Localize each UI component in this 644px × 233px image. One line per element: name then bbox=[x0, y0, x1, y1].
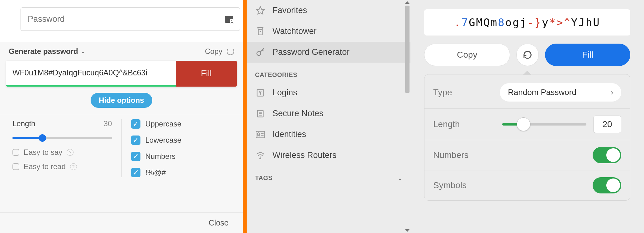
category-label: Identities bbox=[272, 130, 306, 139]
radio-unchecked-icon bbox=[12, 163, 19, 170]
sidebar-item-password-generator[interactable]: Password Generator bbox=[247, 42, 410, 63]
generate-title: Generate password bbox=[9, 47, 78, 56]
symbols-toggle[interactable] bbox=[593, 177, 621, 193]
nav-label: Password Generator bbox=[272, 47, 350, 57]
generator-settings: Type Random Password › Length 20 Numbers… bbox=[424, 74, 630, 201]
category-label: Logins bbox=[272, 88, 297, 97]
easy-to-read-label: Easy to read bbox=[24, 162, 66, 171]
key-icon bbox=[255, 48, 266, 57]
help-icon[interactable]: ? bbox=[67, 149, 73, 156]
numbers-toggle[interactable] bbox=[593, 147, 621, 163]
sidebar-item-favorites[interactable]: Favorites bbox=[247, 0, 410, 21]
generate-password-dropdown[interactable]: Generate password ⌄ bbox=[9, 47, 85, 56]
fill-button[interactable]: Fill bbox=[176, 61, 237, 87]
nav-label: Watchtower bbox=[272, 26, 317, 36]
note-icon bbox=[255, 109, 266, 118]
lastpass-fill-icon[interactable] bbox=[225, 16, 233, 23]
svg-point-1 bbox=[257, 51, 261, 55]
key-square-icon bbox=[255, 88, 266, 97]
length-label: Length bbox=[433, 119, 460, 129]
regenerate-button[interactable] bbox=[516, 44, 539, 66]
generated-password-row: WF0u1M8#DyaIqgFucuq6A0Q^&Bc63i Fill bbox=[6, 61, 237, 87]
lastpass-generator-panel: Password Generate password ⌄ Copy WF0u1M… bbox=[0, 0, 243, 233]
lowercase-label: Lowercase bbox=[145, 136, 182, 145]
chevron-down-icon: ⌄ bbox=[81, 48, 85, 55]
length-slider[interactable] bbox=[12, 134, 112, 142]
onepassword-sidebar: Favorites Watchtower Password Generator … bbox=[247, 0, 410, 233]
symbols-option[interactable]: ✓ !%@# bbox=[131, 168, 231, 177]
type-selector[interactable]: Random Password › bbox=[500, 83, 621, 102]
action-buttons: Copy Fill bbox=[424, 44, 630, 66]
svg-point-7 bbox=[260, 158, 261, 159]
uppercase-label: Uppercase bbox=[145, 120, 182, 128]
id-card-icon bbox=[255, 131, 266, 139]
length-row: Length 20 bbox=[424, 109, 630, 140]
type-value: Random Password bbox=[508, 88, 576, 97]
scroll-thumb[interactable] bbox=[405, 6, 410, 93]
numbers-label: Numbers bbox=[433, 150, 469, 160]
checkbox-checked-icon: ✓ bbox=[131, 152, 140, 161]
watchtower-icon bbox=[255, 27, 266, 36]
fill-button[interactable]: Fill bbox=[545, 44, 630, 66]
wifi-icon bbox=[255, 152, 266, 159]
category-identities[interactable]: Identities bbox=[247, 124, 410, 145]
lowercase-option[interactable]: ✓ Lowercase bbox=[131, 136, 231, 145]
scroll-down-icon[interactable] bbox=[405, 229, 410, 232]
chevron-right-icon: › bbox=[611, 88, 613, 97]
refresh-icon[interactable] bbox=[227, 48, 234, 55]
length-value: 30 bbox=[104, 119, 112, 128]
scrollbar[interactable] bbox=[405, 0, 410, 233]
chevron-down-icon: ⌄ bbox=[398, 175, 403, 182]
category-label: Wireless Routers bbox=[272, 150, 337, 160]
password-field-row: Password bbox=[0, 0, 243, 42]
symbols-row: Symbols bbox=[424, 170, 630, 200]
generated-password[interactable]: WF0u1M8#DyaIqgFucuq6A0Q^&Bc63i bbox=[6, 61, 176, 87]
easy-to-say-label: Easy to say bbox=[24, 148, 62, 157]
generated-password-display[interactable]: .7GMQm8ogj-}y*>^YJhU bbox=[424, 9, 630, 36]
copy-button[interactable]: Copy bbox=[424, 44, 510, 66]
nav-label: Favorites bbox=[272, 6, 307, 15]
category-logins[interactable]: Logins bbox=[247, 82, 410, 103]
checkbox-checked-icon: ✓ bbox=[131, 168, 140, 177]
svg-marker-0 bbox=[257, 7, 264, 14]
help-icon[interactable]: ? bbox=[70, 163, 77, 170]
numbers-option[interactable]: ✓ Numbers bbox=[131, 152, 231, 161]
symbols-label: Symbols bbox=[433, 180, 466, 190]
length-slider[interactable] bbox=[502, 123, 586, 126]
copy-link[interactable]: Copy bbox=[205, 47, 222, 56]
easy-to-read-option[interactable]: Easy to read ? bbox=[12, 162, 112, 171]
radio-unchecked-icon bbox=[12, 149, 19, 156]
options-toggle-row: Hide options bbox=[0, 87, 243, 114]
close-button[interactable]: Close bbox=[0, 212, 243, 233]
password-placeholder: Password bbox=[28, 14, 65, 24]
scroll-up-icon[interactable] bbox=[405, 1, 410, 4]
onepassword-generator-panel: .7GMQm8ogj-}y*>^YJhU Copy Fill Type Rand… bbox=[410, 0, 644, 233]
symbols-label: !%@# bbox=[145, 168, 166, 177]
checkbox-checked-icon: ✓ bbox=[131, 119, 140, 129]
checkbox-checked-icon: ✓ bbox=[131, 136, 140, 145]
categories-heading: CATEGORIES bbox=[247, 63, 410, 82]
category-secure-notes[interactable]: Secure Notes bbox=[247, 103, 410, 124]
type-row: Type Random Password › bbox=[424, 76, 630, 109]
sidebar-item-watchtower[interactable]: Watchtower bbox=[247, 21, 410, 42]
length-row: Length 30 bbox=[12, 119, 112, 128]
length-label: Length bbox=[12, 119, 35, 128]
numbers-row: Numbers bbox=[424, 140, 630, 170]
generator-header: Generate password ⌄ Copy bbox=[0, 42, 243, 61]
type-label: Type bbox=[433, 88, 452, 97]
vertical-divider bbox=[243, 0, 247, 233]
uppercase-option[interactable]: ✓ Uppercase bbox=[131, 119, 231, 129]
svg-point-6 bbox=[258, 133, 260, 135]
password-input[interactable]: Password bbox=[21, 7, 240, 31]
tags-heading[interactable]: TAGS ⌄ bbox=[247, 166, 410, 185]
hide-options-button[interactable]: Hide options bbox=[91, 93, 152, 108]
category-wireless-routers[interactable]: Wireless Routers bbox=[247, 145, 410, 166]
generator-options: Length 30 Easy to say ? Easy to read ? ✓ bbox=[0, 114, 243, 182]
svg-point-3 bbox=[260, 91, 261, 93]
length-value-input[interactable]: 20 bbox=[593, 116, 621, 133]
numbers-label: Numbers bbox=[145, 152, 176, 161]
star-icon bbox=[255, 6, 266, 15]
easy-to-say-option[interactable]: Easy to say ? bbox=[12, 148, 112, 157]
category-label: Secure Notes bbox=[272, 109, 324, 118]
